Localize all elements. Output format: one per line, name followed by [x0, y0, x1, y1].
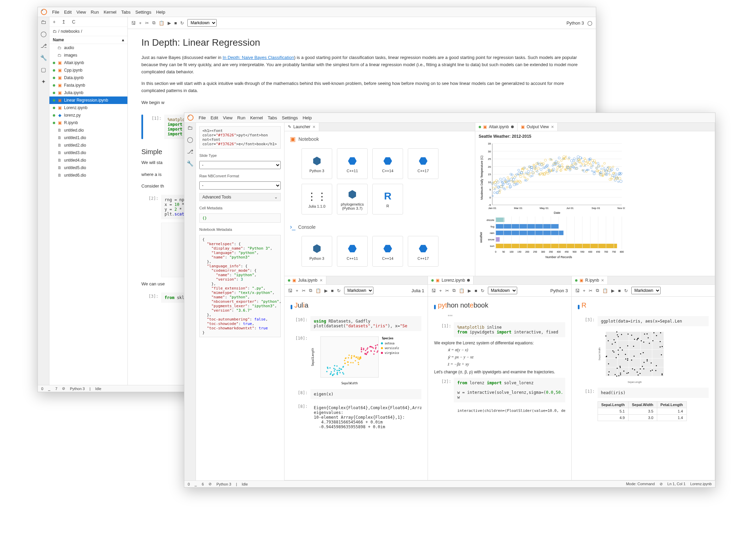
wrench-icon[interactable]: 🔧: [187, 160, 194, 167]
stop-icon[interactable]: ■: [331, 288, 334, 293]
stop-icon[interactable]: ■: [174, 20, 177, 26]
launcher-card[interactable]: ⬣C++11: [337, 148, 368, 179]
menu-settings[interactable]: Settings: [282, 115, 298, 120]
slide-type-select[interactable]: -: [199, 161, 281, 169]
cell-type-select[interactable]: Markdown: [344, 287, 373, 294]
save-icon[interactable]: 🖫: [431, 288, 436, 293]
run-icon[interactable]: ▶: [168, 20, 171, 26]
menu-view[interactable]: View: [223, 115, 232, 120]
menu-run[interactable]: Run: [237, 115, 245, 120]
add-cell-icon[interactable]: +: [296, 288, 298, 293]
kernel-name[interactable]: Python 3: [550, 288, 568, 293]
menu-help[interactable]: Help: [303, 115, 312, 120]
close-icon[interactable]: ✕: [601, 278, 604, 283]
save-icon[interactable]: 🖫: [575, 288, 580, 293]
menu-kernel[interactable]: Kernel: [104, 10, 117, 15]
cut-icon[interactable]: ✂: [302, 288, 306, 293]
close-icon[interactable]: ✕: [320, 278, 323, 283]
menu-kernel[interactable]: Kernel: [250, 115, 263, 120]
menu-edit[interactable]: Edit: [211, 115, 218, 120]
git-icon[interactable]: ⎇: [41, 43, 47, 49]
r-tab[interactable]: ▣R.ipynb✕: [572, 276, 608, 284]
menu-file[interactable]: File: [52, 10, 59, 15]
file-item[interactable]: ▣Fasta.ipynb: [49, 81, 127, 89]
code-cell[interactable]: from lorenz import solve_lorenzw = inter…: [454, 378, 565, 402]
copy-icon[interactable]: ⧉: [596, 288, 599, 293]
refresh-button[interactable]: C: [72, 19, 75, 25]
add-cell-icon[interactable]: +: [439, 288, 442, 293]
cell-type-select[interactable]: Markdown: [631, 287, 661, 294]
column-header[interactable]: Name▴: [49, 36, 127, 44]
file-item[interactable]: 🗀audio: [49, 44, 127, 51]
copy-icon[interactable]: ⧉: [452, 288, 456, 293]
file-item[interactable]: ▣R.ipynb: [49, 119, 127, 126]
code-cell[interactable]: using RDatasets, Gadflyplot(dataset("dat…: [310, 316, 421, 331]
file-item[interactable]: 🗎untitled1.dio: [49, 134, 127, 142]
menu-tabs[interactable]: Tabs: [121, 10, 130, 15]
menu-edit[interactable]: Edit: [64, 10, 72, 15]
paste-icon[interactable]: 📋: [602, 288, 608, 293]
close-icon[interactable]: ✕: [312, 125, 315, 129]
lorenz-tab[interactable]: ▣Lorenz.ipynb: [428, 276, 474, 284]
puzzle-icon[interactable]: ✦: [41, 78, 46, 85]
file-item[interactable]: ▣Data.ipynb: [49, 74, 127, 81]
run-icon[interactable]: ▶: [468, 288, 471, 293]
altair-tab[interactable]: ▣Altair.ipynb: [475, 123, 518, 131]
menu-view[interactable]: View: [76, 10, 86, 15]
julia-tab[interactable]: ▣Julia.ipynb✕: [284, 276, 326, 284]
file-item[interactable]: ▣Altair.ipynb: [49, 59, 127, 66]
save-icon[interactable]: 🖫: [288, 288, 292, 293]
stop-icon[interactable]: ■: [475, 288, 477, 293]
file-item[interactable]: ▣Cpp.ipynb: [49, 66, 127, 74]
file-item[interactable]: ▣Linear Regression.ipynb: [49, 96, 127, 104]
wrench-icon[interactable]: 🔧: [40, 55, 47, 61]
run-icon[interactable]: ▶: [324, 288, 328, 293]
launcher-card[interactable]: ⬢Python 3: [302, 236, 332, 267]
file-item[interactable]: 🗎untitled4.dio: [49, 157, 127, 164]
upload-button[interactable]: ↥: [62, 19, 66, 25]
add-cell-icon[interactable]: +: [583, 288, 586, 293]
naive-bayes-link[interactable]: In Depth: Naive Bayes Classification: [222, 55, 294, 60]
code-cell[interactable]: eigen(x): [310, 389, 421, 399]
folder-icon[interactable]: 🗀: [187, 125, 193, 131]
running-icon[interactable]: ◯: [41, 31, 47, 37]
file-item[interactable]: 🗀images: [49, 51, 127, 59]
menu-run[interactable]: Run: [91, 10, 99, 15]
menu-tabs[interactable]: Tabs: [268, 115, 277, 120]
git-icon[interactable]: ⎇: [187, 148, 193, 155]
file-item[interactable]: 🗎untitled5.dio: [49, 164, 127, 172]
file-item[interactable]: ◆lorenz.py: [49, 111, 127, 119]
cut-icon[interactable]: ✂: [145, 20, 149, 26]
restart-icon[interactable]: ↻: [481, 288, 484, 293]
advanced-tools-header[interactable]: Advanced Tools⌄: [199, 193, 281, 201]
copy-icon[interactable]: ⧉: [152, 20, 155, 26]
file-item[interactable]: 🗎untitled2.dio: [49, 142, 127, 149]
cut-icon[interactable]: ✂: [445, 288, 449, 293]
stop-icon[interactable]: ■: [618, 288, 621, 293]
code-cell[interactable]: ggplot(data=iris, aes(x=Sepal.Len: [598, 316, 709, 326]
breadcrumb[interactable]: 🗀 / notebooks /: [49, 27, 127, 36]
file-item[interactable]: 🗎untitled3.dio: [49, 149, 127, 157]
launcher-card[interactable]: ⬣C++17: [408, 148, 438, 179]
launcher-card[interactable]: ⬣C++17: [408, 236, 438, 267]
menu-help[interactable]: Help: [156, 10, 165, 15]
folder-icon[interactable]: 🗀: [41, 19, 46, 25]
launcher-card[interactable]: ⬣C++14: [372, 148, 403, 179]
cut-icon[interactable]: ✂: [589, 288, 592, 293]
cell-type-select[interactable]: Markdown: [488, 287, 517, 294]
restart-icon[interactable]: ↻: [180, 20, 184, 26]
restart-icon[interactable]: ↻: [624, 288, 628, 293]
kernel-name[interactable]: Julia 1: [412, 288, 425, 293]
close-icon[interactable]: ✕: [551, 125, 554, 129]
launcher-card[interactable]: ⬣C++11: [337, 236, 368, 267]
copy-icon[interactable]: ⧉: [309, 288, 312, 293]
launcher-card[interactable]: RR: [372, 184, 403, 214]
launcher-card[interactable]: ⬣C++14: [372, 236, 403, 267]
paste-icon[interactable]: 📋: [459, 288, 464, 293]
code-cell[interactable]: %matplotlib inlinefrom ipywidgets import…: [454, 322, 565, 337]
run-icon[interactable]: ▶: [611, 288, 615, 293]
commands-icon[interactable]: ▢: [41, 66, 46, 73]
add-cell-icon[interactable]: +: [139, 20, 142, 26]
save-icon[interactable]: 🖫: [131, 20, 136, 26]
output-view-tab[interactable]: ▣Output View✕: [518, 123, 558, 131]
